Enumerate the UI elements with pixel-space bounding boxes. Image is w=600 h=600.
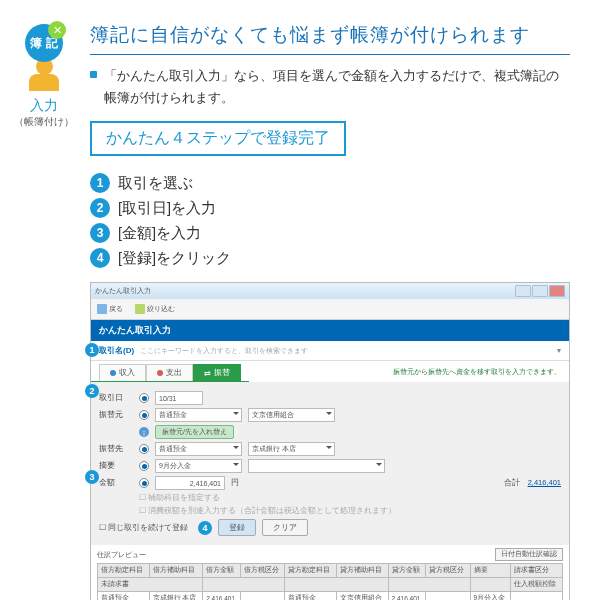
app-screenshot: かんたん取引入力 戻る 絞り込む かんたん取引入力 1 取引名(D) ここにキー…: [90, 282, 570, 600]
minimize-button[interactable]: [515, 285, 531, 297]
step-text: 取引を選ぶ: [118, 174, 193, 193]
search-input[interactable]: ここにキーワードを入力すると、取引を検索できます: [140, 346, 308, 356]
tab-transfer[interactable]: ⇄振替: [193, 364, 241, 381]
from-account-select[interactable]: 普通預金: [155, 408, 242, 422]
journal-table: 借方勘定科目借方補助科目借方金額借方税区分 貸方勘定科目貸方補助科目貸方金額貸方…: [97, 563, 563, 600]
close-button[interactable]: [549, 285, 565, 297]
amount-suffix: 円: [231, 478, 239, 488]
to-account-select[interactable]: 普通預金: [155, 442, 242, 456]
auto-journal-button[interactable]: 日付自動仕訳確認: [495, 548, 563, 561]
tab-hint: 振替元から振替先へ資金を移す取引を入力できます。: [385, 365, 569, 379]
checkbox-repeat[interactable]: ☐ 同じ取引を続けて登録: [99, 523, 188, 533]
from-label: 振替元: [99, 410, 133, 420]
step-text: [登録]をクリック: [118, 249, 231, 268]
amount-label: 金額: [99, 478, 133, 488]
date-radio[interactable]: [139, 393, 149, 403]
date-input[interactable]: 10/31: [155, 391, 203, 405]
step-number: 3: [90, 223, 110, 243]
toolbar-back[interactable]: 戻る: [97, 304, 123, 314]
steps-badge: かんたん４ステップで登録完了: [90, 121, 346, 156]
toolbar-filter[interactable]: 絞り込む: [135, 304, 175, 314]
callout-1: 1: [85, 343, 99, 357]
summary-label: 摘要: [99, 461, 133, 471]
to-sub-select[interactable]: 京成銀行 本店: [248, 442, 335, 456]
person-icon: [14, 58, 74, 91]
tab-income[interactable]: 収入: [99, 364, 146, 381]
step-text: [取引日]を入力: [118, 199, 216, 218]
app-logo: 簿 記✕: [25, 24, 63, 62]
transfer-icon: ⇄: [204, 369, 211, 378]
amount-input[interactable]: 2,416,401: [155, 476, 225, 490]
checkbox-sub[interactable]: ☐ 補助科目を指定する: [139, 493, 220, 503]
register-button[interactable]: 登録: [218, 519, 256, 536]
page-title: 簿記に自信がなくても悩まず帳簿が付けられます: [90, 22, 570, 55]
total-link[interactable]: 2,416,401: [528, 478, 561, 487]
to-radio[interactable]: [139, 444, 149, 454]
callout-2: 2: [85, 384, 99, 398]
summary-select[interactable]: 9月分入金: [155, 459, 242, 473]
preview-title: 仕訳プレビュー: [97, 550, 146, 560]
search-label: 取引名(D): [99, 345, 134, 356]
section-label: 入力: [14, 97, 74, 115]
checkbox-tax[interactable]: ☐ 消費税額を別途入力する（合計金額は税込金額として処理されます）: [139, 506, 396, 516]
callout-4: 4: [198, 521, 212, 535]
step-number: 1: [90, 173, 110, 193]
to-label: 振替先: [99, 444, 133, 454]
from-radio[interactable]: [139, 410, 149, 420]
summary-input[interactable]: [248, 459, 385, 473]
step-number: 2: [90, 198, 110, 218]
clear-button[interactable]: クリア: [262, 519, 308, 536]
window-title: かんたん取引入力: [95, 286, 151, 296]
swap-icon: ↕: [139, 427, 149, 437]
panel-title: かんたん取引入力: [91, 320, 569, 341]
date-label: 取引日: [99, 393, 133, 403]
swap-button[interactable]: 振替元/先を入れ替え: [155, 425, 234, 439]
description: 「かんたん取引入力」なら、項目を選んで金額を入力するだけで、複式簿記の帳簿が付け…: [90, 65, 570, 109]
dropdown-icon[interactable]: ▾: [557, 346, 561, 355]
step-text: [金額]を入力: [118, 224, 201, 243]
step-number: 4: [90, 248, 110, 268]
from-sub-select[interactable]: 文京信用組合: [248, 408, 335, 422]
total: 合計 2,416,401: [504, 478, 561, 488]
tab-expense[interactable]: 支出: [146, 364, 193, 381]
callout-3: 3: [85, 470, 99, 484]
section-sublabel: （帳簿付け）: [14, 115, 74, 129]
summary-radio[interactable]: [139, 461, 149, 471]
maximize-button[interactable]: [532, 285, 548, 297]
amount-radio[interactable]: [139, 478, 149, 488]
